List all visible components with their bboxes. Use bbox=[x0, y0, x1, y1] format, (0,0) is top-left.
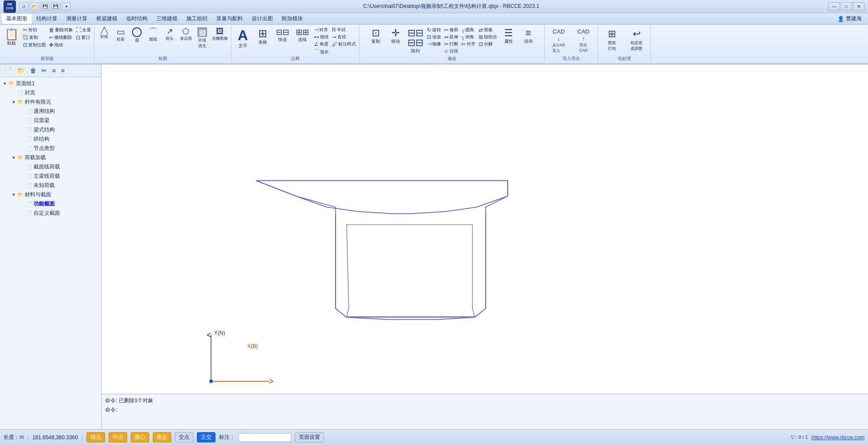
tree-item-section-line-load[interactable]: 📄 截面线荷载 bbox=[1, 162, 100, 172]
split-button[interactable]: ⊡分解 bbox=[477, 41, 498, 48]
tree-item-main-beam-load[interactable]: 📄 主梁线荷载 bbox=[1, 172, 100, 181]
rotate-button[interactable]: ↻旋转 bbox=[426, 26, 442, 34]
drag-button[interactable]: ✥ 拖动 bbox=[48, 41, 74, 49]
new-file-button[interactable]: 🗋 bbox=[19, 3, 28, 11]
menu-design-draw[interactable]: 设计出图 bbox=[247, 14, 277, 24]
circle-button[interactable]: 圆 bbox=[129, 26, 145, 44]
connect-button[interactable]: ⊞⊞ 连续 bbox=[293, 26, 312, 45]
minimize-button[interactable]: — bbox=[828, 2, 840, 11]
align3-button[interactable]: ⊨对齐 bbox=[460, 41, 477, 48]
snap-perpendicular-button[interactable]: 垂足 bbox=[153, 432, 171, 442]
from-cad-button[interactable]: CAD↓ 从CAD导入 bbox=[547, 26, 571, 56]
window-button[interactable]: ⊡ 窗口 bbox=[75, 34, 92, 41]
prop-button[interactable]: ☰ 属性 bbox=[499, 26, 518, 46]
snap-center-button[interactable]: 圆心 bbox=[131, 432, 149, 442]
shape-pack-button[interactable]: ⊞ 图形打包 bbox=[600, 26, 624, 53]
tree-item-cover[interactable]: 📄 封页 bbox=[1, 88, 100, 97]
mark-style-button[interactable]: 🖊标注样式 bbox=[331, 41, 357, 48]
region-fill-button[interactable]: ▦ 区域填充 bbox=[194, 26, 210, 50]
text-button[interactable]: A 文字 bbox=[233, 26, 253, 51]
menu-construction-org[interactable]: 施工组织 bbox=[182, 14, 212, 24]
break-button[interactable]: ✂打断 bbox=[443, 41, 460, 48]
arc-dim-button[interactable]: ⌒弧长 bbox=[313, 48, 330, 56]
group-comb-button[interactable]: ⊞组组合 bbox=[477, 34, 498, 41]
fullscreen-button[interactable]: ⛶ 全显 bbox=[75, 26, 92, 34]
mirror-button[interactable]: ⊣镜像 bbox=[426, 41, 442, 48]
tree-item-arch[interactable]: 📄 拱结构 bbox=[1, 135, 100, 144]
tree-item-material-section[interactable]: ▼ 📁 材料与截面 bbox=[1, 190, 100, 199]
cut-button[interactable]: ✂ 剪切 bbox=[22, 26, 47, 34]
drawing-canvas[interactable]: Y(N) X(B) bbox=[102, 64, 868, 394]
polyline-button[interactable]: ╱╲ 折线 bbox=[96, 26, 112, 41]
tree-item-general-struct[interactable]: 📄 通用结构 bbox=[1, 107, 100, 116]
trim-button[interactable]: ✂修剪 bbox=[443, 26, 460, 34]
menu-temp-struct[interactable]: 临时结构 bbox=[122, 14, 152, 24]
scale-button[interactable]: ⊡缩放 bbox=[426, 34, 442, 41]
tree-item-bailey[interactable]: 📄 贝雷梁 bbox=[1, 116, 100, 125]
menu-struct-calc[interactable]: 结构计算 bbox=[32, 14, 62, 24]
tree-item-node-type[interactable]: 📄 节点类型 bbox=[1, 144, 100, 153]
polygon-button[interactable]: ⬠ 多边形 bbox=[178, 26, 194, 42]
array-button[interactable]: ⊟⊟⊟⊟ 阵列 bbox=[406, 26, 425, 56]
linear-dim-button[interactable]: ⊷线性 bbox=[313, 34, 330, 41]
snap-endpoint-button[interactable]: 端点 bbox=[87, 432, 105, 442]
list-view-button[interactable]: ≡ bbox=[50, 66, 57, 75]
move-button[interactable]: ✛ 移动 bbox=[386, 26, 405, 46]
copy-pos-button[interactable]: ⊡ 复制位图 bbox=[22, 41, 47, 49]
website-link[interactable]: https://www.rbcce.com bbox=[811, 434, 864, 441]
copy-button[interactable]: ⿻ 复制 bbox=[22, 34, 47, 41]
arrange-button[interactable]: ≡ 排布 bbox=[519, 26, 538, 46]
tree-item-page-group1[interactable]: ▼ 📁 页面组1 bbox=[1, 79, 100, 88]
open-file-button[interactable]: 📂 bbox=[30, 3, 39, 11]
close-button[interactable]: ✕ bbox=[853, 2, 864, 11]
round-corner-button[interactable]: ╭圆角 bbox=[460, 26, 477, 34]
radius-dim-button[interactable]: R半径 bbox=[331, 26, 357, 34]
snap-midpoint-button[interactable]: 中点 bbox=[109, 432, 127, 442]
align-dim-button[interactable]: ⊣对齐 bbox=[313, 26, 330, 34]
snap-intersection-button[interactable]: 交点 bbox=[175, 432, 193, 442]
dropdown-button[interactable]: ▾ bbox=[62, 3, 71, 11]
main-canvas-area[interactable]: Y(N) X(B) 命令: 已删除1个对象 命令: bbox=[102, 64, 868, 429]
menu-quantity[interactable]: 算量与配料 bbox=[212, 14, 247, 24]
menu-3d-build[interactable]: 三维建模 bbox=[152, 14, 182, 24]
paste-button[interactable]: 📋 粘贴 bbox=[2, 26, 21, 48]
rect-button[interactable]: ▭ 矩形 bbox=[113, 26, 128, 43]
tree-item-func-section[interactable]: 📄 功能截面 bbox=[1, 199, 100, 209]
open-page-button[interactable]: 📁 bbox=[15, 66, 26, 75]
angle-dim-button[interactable]: ∠角度 bbox=[313, 41, 330, 48]
ortho-button[interactable]: 正交 bbox=[197, 432, 215, 442]
diameter-dim-button[interactable]: ⊸直径 bbox=[331, 34, 357, 41]
extend-button[interactable]: ⇔延伸 bbox=[443, 34, 460, 41]
arrow-button[interactable]: ↗ 箭头 bbox=[162, 26, 177, 42]
save-button[interactable]: 💾 bbox=[41, 3, 49, 11]
delete-obj-button[interactable]: 🗑 删除对象 bbox=[48, 26, 74, 34]
restore-button[interactable]: ↩ 包还原成原图 bbox=[624, 26, 649, 53]
arc-button[interactable]: ⌒ 圆弧 bbox=[145, 26, 161, 43]
segment-button[interactable]: ⊹分段 bbox=[443, 48, 460, 55]
menu-bridge-model[interactable]: 桥梁建模 bbox=[92, 14, 122, 24]
replace-button[interactable]: ⇄替换 bbox=[477, 26, 498, 34]
maximize-button[interactable]: □ bbox=[841, 2, 852, 11]
fast-button[interactable]: ⊟⊟ 快连 bbox=[273, 26, 292, 45]
edit-page-button[interactable]: ✏ bbox=[40, 66, 49, 75]
tree-item-custom-section[interactable]: 📄 自定义截面 bbox=[1, 209, 100, 218]
menu-basic-shapes[interactable]: 基本图形 bbox=[2, 14, 32, 24]
delete-page-button[interactable]: 🗑 bbox=[28, 66, 38, 75]
tree-item-beam-struct[interactable]: 📄 梁式结构 bbox=[1, 125, 100, 135]
tree-item-unknown-load[interactable]: 📄 未知荷载 bbox=[1, 181, 100, 190]
raster-img-button[interactable]: 🖼 光栅图像 bbox=[211, 26, 229, 42]
to-cad-button[interactable]: CAD↑ 导出CAD bbox=[571, 26, 596, 54]
copy2-button[interactable]: ⊡ 复制 bbox=[366, 26, 385, 46]
menu-measure-calc[interactable]: 测量计算 bbox=[62, 14, 92, 24]
undo-delete-button[interactable]: ↩ 撤销删除 bbox=[48, 34, 74, 41]
tree-item-load-apply[interactable]: ▼ 📁 荷载加载 bbox=[1, 153, 100, 162]
new-page-button[interactable]: 📄 bbox=[3, 66, 14, 75]
table-button[interactable]: ⊞ 表格 bbox=[253, 26, 272, 47]
detail-view-button[interactable]: ≡ bbox=[59, 66, 66, 75]
menu-addon[interactable]: 附加模块 bbox=[277, 14, 307, 24]
annotation-input[interactable] bbox=[238, 433, 291, 442]
tree-item-fem[interactable]: ▼ 📁 杆件有限元 bbox=[1, 97, 100, 107]
fillet-button[interactable]: ╮倒角 bbox=[460, 34, 477, 41]
page-settings-button[interactable]: 页面设置 bbox=[295, 432, 324, 442]
save-as-button[interactable]: 💾 bbox=[51, 3, 60, 11]
